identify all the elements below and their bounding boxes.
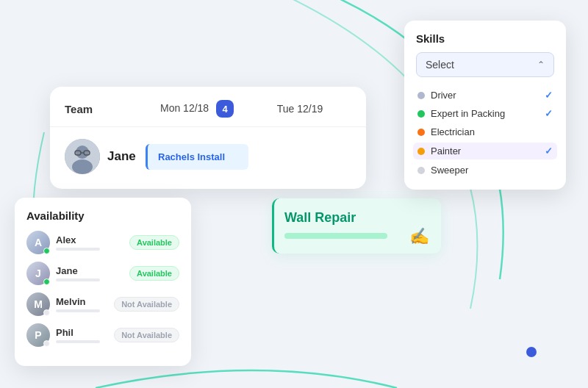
scene: Team Mon 12/18 4 Tue 12/19 [0,0,588,388]
avail-avatar-phil: P [26,323,50,347]
hand-cursor-icon: ✍ [409,227,429,246]
skill-item-driver[interactable]: Driver ✓ [416,86,554,104]
skills-card: Skills Select ⌃ Driver ✓ Expert in Packi… [404,21,566,190]
avail-avatar-melvin: M [26,292,50,316]
avail-bar-alex [56,248,100,251]
avail-name-alex: Alex [56,234,123,245]
avail-dot-jane [43,279,50,285]
wall-repair-progress-bar [284,233,387,239]
skill-dot-painter [417,148,425,155]
avail-name-phil: Phil [56,327,108,338]
skill-dot-packing [417,110,425,118]
svg-point-2 [72,159,93,174]
avail-row-alex: A Alex Available [26,231,179,254]
calendar-card: Team Mon 12/18 4 Tue 12/19 [50,87,366,189]
svg-point-1 [76,146,89,159]
skill-name-electrician: Electrician [431,126,475,137]
skills-select-label: Select [426,59,454,71]
avail-avatar-jane: J [26,262,50,285]
avail-row-jane: J Jane Available [26,262,179,285]
availability-title: Availability [26,209,179,222]
skills-list: Driver ✓ Expert in Packing ✓ Electrician [416,86,554,179]
avail-status-melvin: Not Available [114,297,179,312]
skill-dot-electrician [417,129,425,136]
skill-check-packing: ✓ [545,108,553,119]
avail-bar-phil [56,340,100,343]
avail-row-melvin: M Melvin Not Available [26,292,179,316]
tue-date: Tue 12/19 [248,103,351,115]
avail-dot-alex [43,248,50,254]
event-count-badge: 4 [216,100,234,118]
calendar-body: Jane Rachels Install [50,127,366,189]
skills-title: Skills [416,32,554,45]
cal-event-slot: Rachels Install [146,144,351,170]
skill-item-electrician[interactable]: Electrician [416,123,554,141]
calendar-header: Team Mon 12/18 4 Tue 12/19 [50,87,366,127]
skill-name-painter: Painter [431,146,461,157]
avail-row-phil: P Phil Not Available [26,323,179,347]
avail-status-phil: Not Available [114,328,179,342]
avail-status-alex: Available [129,235,179,250]
wall-repair-card[interactable]: Wall Repair ✍ [272,198,441,254]
availability-card: Availability A Alex Available J Jane Ava… [15,198,191,366]
team-label: Team [65,103,146,115]
skill-name-sweeper: Sweeper [431,165,468,176]
avail-name-melvin: Melvin [56,296,108,307]
skill-check-driver: ✓ [545,90,553,101]
wall-repair-title: Wall Repair [284,210,428,226]
avatar-jane [65,139,100,174]
chevron-up-icon: ⌃ [537,60,545,70]
event-rachels-install[interactable]: Rachels Install [146,144,248,170]
mon-date: Mon 12/18 4 [146,100,248,118]
avail-status-jane: Available [129,266,179,281]
avail-bar-melvin [56,309,100,312]
skill-name-packing: Expert in Packing [431,108,505,119]
member-name: Jane [107,149,136,164]
skill-dot-driver [417,92,425,99]
skill-item-sweeper[interactable]: Sweeper [416,161,554,179]
skill-dot-sweeper [417,167,425,174]
skill-item-painter[interactable]: Painter ✓ [413,143,557,159]
avail-avatar-alex: A [26,231,50,254]
skill-item-packing[interactable]: Expert in Packing ✓ [416,104,554,123]
avail-name-jane: Jane [56,265,123,276]
blue-dot-decoration [526,347,537,357]
skill-check-painter: ✓ [545,146,553,157]
avail-dot-melvin [43,309,50,316]
team-member-jane: Jane [65,139,146,174]
avail-bar-jane [56,279,100,281]
skills-select-dropdown[interactable]: Select ⌃ [416,52,554,77]
avail-dot-phil [43,340,50,347]
skill-name-driver: Driver [431,90,456,101]
